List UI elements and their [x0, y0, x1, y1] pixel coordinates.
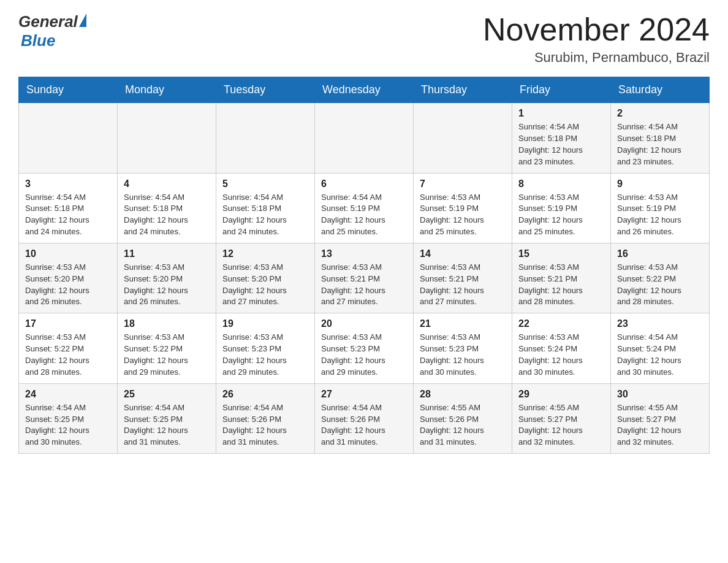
day-info: Sunrise: 4:54 AMSunset: 5:26 PMDaylight:…: [321, 402, 407, 448]
day-info: Sunrise: 4:54 AMSunset: 5:25 PMDaylight:…: [124, 402, 210, 448]
day-info: Sunrise: 4:53 AMSunset: 5:20 PMDaylight:…: [124, 262, 210, 308]
day-number: 22: [518, 318, 604, 329]
col-header-monday: Monday: [118, 77, 216, 103]
month-title: November 2024: [483, 12, 710, 47]
calendar-cell: 12Sunrise: 4:53 AMSunset: 5:20 PMDayligh…: [216, 243, 315, 313]
day-info: Sunrise: 4:53 AMSunset: 5:20 PMDaylight:…: [25, 262, 111, 308]
day-number: 3: [25, 178, 111, 190]
calendar-cell: 6Sunrise: 4:54 AMSunset: 5:19 PMDaylight…: [315, 173, 414, 243]
day-number: 11: [124, 248, 210, 259]
col-header-wednesday: Wednesday: [315, 77, 414, 103]
day-number: 23: [617, 318, 703, 329]
day-info: Sunrise: 4:53 AMSunset: 5:21 PMDaylight:…: [321, 262, 407, 308]
location-title: Surubim, Pernambuco, Brazil: [483, 50, 710, 66]
col-header-saturday: Saturday: [611, 77, 710, 103]
day-number: 19: [222, 318, 308, 329]
day-number: 18: [124, 318, 210, 329]
day-info: Sunrise: 4:54 AMSunset: 5:25 PMDaylight:…: [25, 402, 111, 448]
day-number: 25: [124, 389, 210, 400]
calendar-cell: 8Sunrise: 4:53 AMSunset: 5:19 PMDaylight…: [512, 173, 611, 243]
day-info: Sunrise: 4:53 AMSunset: 5:19 PMDaylight:…: [518, 192, 604, 238]
calendar-cell: 29Sunrise: 4:55 AMSunset: 5:27 PMDayligh…: [512, 383, 611, 453]
logo-triangle-icon: [79, 13, 86, 27]
calendar-cell: 1Sunrise: 4:54 AMSunset: 5:18 PMDaylight…: [512, 103, 611, 173]
day-info: Sunrise: 4:53 AMSunset: 5:19 PMDaylight:…: [617, 192, 703, 238]
calendar-cell: 5Sunrise: 4:54 AMSunset: 5:18 PMDaylight…: [216, 173, 315, 243]
day-number: 12: [222, 248, 308, 259]
calendar-cell: 23Sunrise: 4:54 AMSunset: 5:24 PMDayligh…: [611, 313, 710, 383]
day-info: Sunrise: 4:53 AMSunset: 5:24 PMDaylight:…: [518, 332, 604, 378]
day-info: Sunrise: 4:54 AMSunset: 5:19 PMDaylight:…: [321, 192, 407, 238]
calendar-cell: 25Sunrise: 4:54 AMSunset: 5:25 PMDayligh…: [118, 383, 216, 453]
logo: General Blue: [18, 12, 86, 50]
calendar-cell: [315, 103, 414, 173]
calendar-cell: 15Sunrise: 4:53 AMSunset: 5:21 PMDayligh…: [512, 243, 611, 313]
day-info: Sunrise: 4:53 AMSunset: 5:22 PMDaylight:…: [617, 262, 703, 308]
day-number: 21: [420, 318, 506, 329]
calendar-cell: [216, 103, 315, 173]
day-number: 7: [420, 178, 506, 190]
calendar-cell: 20Sunrise: 4:53 AMSunset: 5:23 PMDayligh…: [315, 313, 414, 383]
day-info: Sunrise: 4:54 AMSunset: 5:18 PMDaylight:…: [617, 121, 703, 167]
day-number: 26: [222, 389, 308, 400]
day-number: 10: [25, 248, 111, 259]
calendar-cell: 14Sunrise: 4:53 AMSunset: 5:21 PMDayligh…: [414, 243, 512, 313]
col-header-friday: Friday: [512, 77, 611, 103]
day-number: 8: [518, 178, 604, 190]
calendar-cell: 27Sunrise: 4:54 AMSunset: 5:26 PMDayligh…: [315, 383, 414, 453]
day-info: Sunrise: 4:55 AMSunset: 5:27 PMDaylight:…: [617, 402, 703, 448]
calendar-cell: 9Sunrise: 4:53 AMSunset: 5:19 PMDaylight…: [611, 173, 710, 243]
calendar-cell: 16Sunrise: 4:53 AMSunset: 5:22 PMDayligh…: [611, 243, 710, 313]
calendar-cell: 24Sunrise: 4:54 AMSunset: 5:25 PMDayligh…: [19, 383, 118, 453]
calendar-cell: 4Sunrise: 4:54 AMSunset: 5:18 PMDaylight…: [118, 173, 216, 243]
day-info: Sunrise: 4:53 AMSunset: 5:22 PMDaylight:…: [124, 332, 210, 378]
calendar-cell: 30Sunrise: 4:55 AMSunset: 5:27 PMDayligh…: [611, 383, 710, 453]
calendar-cell: 22Sunrise: 4:53 AMSunset: 5:24 PMDayligh…: [512, 313, 611, 383]
day-info: Sunrise: 4:53 AMSunset: 5:21 PMDaylight:…: [518, 262, 604, 308]
day-info: Sunrise: 4:54 AMSunset: 5:18 PMDaylight:…: [124, 192, 210, 238]
calendar-cell: 10Sunrise: 4:53 AMSunset: 5:20 PMDayligh…: [19, 243, 118, 313]
day-number: 16: [617, 248, 703, 259]
day-info: Sunrise: 4:53 AMSunset: 5:19 PMDaylight:…: [420, 192, 506, 238]
day-number: 15: [518, 248, 604, 259]
logo-general: General: [18, 12, 78, 31]
day-info: Sunrise: 4:54 AMSunset: 5:26 PMDaylight:…: [222, 402, 308, 448]
page-header: General Blue November 2024 Surubim, Pern…: [18, 12, 710, 66]
calendar-cell: 13Sunrise: 4:53 AMSunset: 5:21 PMDayligh…: [315, 243, 414, 313]
day-number: 17: [25, 318, 111, 329]
day-info: Sunrise: 4:53 AMSunset: 5:21 PMDaylight:…: [420, 262, 506, 308]
calendar-cell: [118, 103, 216, 173]
day-info: Sunrise: 4:53 AMSunset: 5:23 PMDaylight:…: [321, 332, 407, 378]
day-info: Sunrise: 4:53 AMSunset: 5:23 PMDaylight:…: [222, 332, 308, 378]
day-info: Sunrise: 4:53 AMSunset: 5:23 PMDaylight:…: [420, 332, 506, 378]
calendar-cell: 7Sunrise: 4:53 AMSunset: 5:19 PMDaylight…: [414, 173, 512, 243]
day-number: 6: [321, 178, 407, 190]
calendar-cell: [19, 103, 118, 173]
day-number: 29: [518, 389, 604, 400]
day-number: 2: [617, 108, 703, 119]
calendar-cell: [414, 103, 512, 173]
col-header-thursday: Thursday: [414, 77, 512, 103]
day-info: Sunrise: 4:54 AMSunset: 5:18 PMDaylight:…: [518, 121, 604, 167]
logo-blue: Blue: [21, 31, 86, 50]
day-info: Sunrise: 4:54 AMSunset: 5:24 PMDaylight:…: [617, 332, 703, 378]
calendar-cell: 28Sunrise: 4:55 AMSunset: 5:26 PMDayligh…: [414, 383, 512, 453]
day-number: 9: [617, 178, 703, 190]
day-info: Sunrise: 4:55 AMSunset: 5:27 PMDaylight:…: [518, 402, 604, 448]
day-number: 20: [321, 318, 407, 329]
day-info: Sunrise: 4:54 AMSunset: 5:18 PMDaylight:…: [222, 192, 308, 238]
col-header-sunday: Sunday: [19, 77, 118, 103]
calendar-cell: 19Sunrise: 4:53 AMSunset: 5:23 PMDayligh…: [216, 313, 315, 383]
day-number: 5: [222, 178, 308, 190]
calendar-cell: 17Sunrise: 4:53 AMSunset: 5:22 PMDayligh…: [19, 313, 118, 383]
day-number: 14: [420, 248, 506, 259]
calendar-cell: 18Sunrise: 4:53 AMSunset: 5:22 PMDayligh…: [118, 313, 216, 383]
day-number: 24: [25, 389, 111, 400]
day-number: 30: [617, 389, 703, 400]
day-info: Sunrise: 4:53 AMSunset: 5:20 PMDaylight:…: [222, 262, 308, 308]
day-number: 27: [321, 389, 407, 400]
day-number: 1: [518, 108, 604, 119]
day-info: Sunrise: 4:53 AMSunset: 5:22 PMDaylight:…: [25, 332, 111, 378]
calendar-table: SundayMondayTuesdayWednesdayThursdayFrid…: [18, 77, 710, 454]
title-block: November 2024 Surubim, Pernambuco, Brazi…: [483, 12, 710, 66]
